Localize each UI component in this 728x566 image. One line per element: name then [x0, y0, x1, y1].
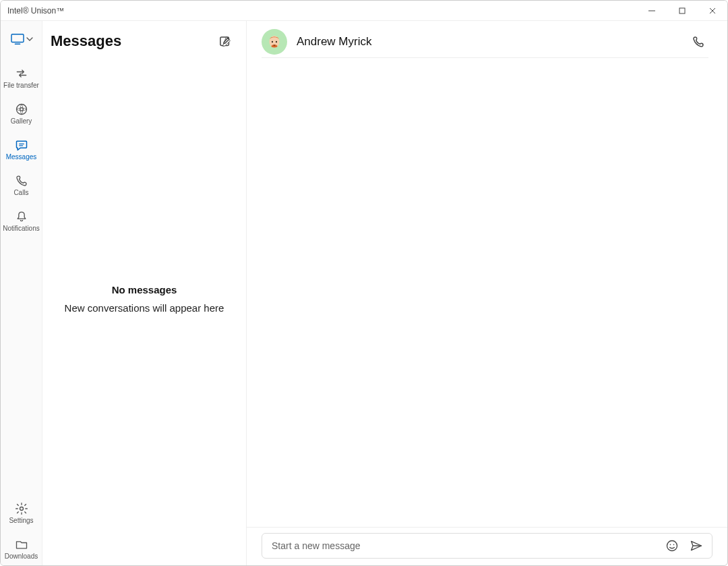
- file-transfer-icon: [14, 67, 29, 80]
- sidebar-item-label: Settings: [9, 517, 33, 524]
- compose-bar: [247, 527, 727, 565]
- gallery-icon: [14, 103, 29, 116]
- sidebar-item-label: Messages: [6, 153, 37, 161]
- phone-icon: [692, 35, 705, 49]
- sidebar-item-label: Downloads: [5, 553, 38, 560]
- sidebar-item-label: File transfer: [3, 82, 39, 89]
- compose-icon: [218, 35, 232, 49]
- close-button[interactable]: [697, 1, 727, 20]
- chevron-down-icon: [26, 36, 33, 43]
- empty-title: No messages: [112, 284, 177, 295]
- memoji-icon: [264, 32, 284, 52]
- sidebar-item-messages[interactable]: Messages: [1, 138, 42, 161]
- svg-point-17: [274, 45, 276, 46]
- settings-icon: [14, 502, 29, 515]
- sidebar-item-label: Gallery: [11, 117, 32, 125]
- svg-point-18: [667, 541, 677, 551]
- minimize-button[interactable]: [636, 1, 667, 20]
- svg-point-15: [272, 40, 273, 43]
- sidebar: File transfer Gallery Messages Calls: [1, 21, 42, 565]
- svg-rect-4: [11, 34, 24, 43]
- emoji-icon: [665, 539, 679, 553]
- messages-column: Messages .compose-btn svg{display:none} …: [42, 21, 247, 565]
- sidebar-item-downloads[interactable]: Downloads: [1, 538, 42, 560]
- compose-field: [262, 533, 712, 559]
- minimize-icon: [648, 7, 655, 14]
- sidebar-item-gallery[interactable]: Gallery: [1, 103, 42, 125]
- sidebar-item-label: Notifications: [3, 225, 39, 232]
- downloads-icon: [14, 538, 29, 551]
- send-icon: [690, 539, 703, 553]
- window-title: Intel® Unison™: [7, 6, 64, 16]
- window-controls: [636, 1, 727, 20]
- conversation-column: Andrew Myrick: [247, 21, 727, 565]
- monitor-icon: [10, 33, 25, 45]
- sidebar-item-file-transfer[interactable]: File transfer: [1, 67, 42, 89]
- svg-point-20: [673, 544, 675, 546]
- contact: Andrew Myrick: [262, 29, 371, 55]
- close-icon: [709, 7, 716, 14]
- call-button[interactable]: [688, 32, 708, 52]
- svg-point-10: [20, 507, 23, 511]
- svg-point-16: [276, 40, 277, 43]
- titlebar: Intel® Unison™: [1, 1, 727, 21]
- emoji-button[interactable]: [663, 537, 681, 555]
- device-selector[interactable]: [10, 33, 33, 45]
- sidebar-item-calls[interactable]: Calls: [1, 174, 42, 196]
- messages-empty-state: No messages New conversations will appea…: [42, 61, 246, 565]
- notifications-icon: [14, 210, 29, 223]
- messages-header: Messages: [42, 21, 246, 61]
- sidebar-item-settings[interactable]: Settings: [1, 502, 42, 524]
- svg-point-19: [670, 544, 671, 546]
- maximize-button[interactable]: [667, 1, 697, 20]
- sidebar-item-label: Calls: [13, 189, 28, 196]
- empty-subtitle: New conversations will appear here: [65, 302, 224, 314]
- send-button[interactable]: [688, 537, 705, 555]
- sidebar-item-notifications[interactable]: Notifications: [1, 210, 42, 232]
- message-input[interactable]: [272, 540, 657, 551]
- messages-icon: [14, 138, 29, 152]
- maximize-icon: [679, 7, 686, 14]
- contact-name: Andrew Myrick: [297, 35, 371, 49]
- conversation-body: [247, 61, 727, 527]
- avatar: [262, 29, 287, 55]
- conversation-header: Andrew Myrick: [247, 21, 727, 61]
- compose-button[interactable]: [216, 33, 234, 51]
- messages-title: Messages: [51, 32, 121, 50]
- svg-point-6: [16, 105, 26, 115]
- svg-rect-1: [679, 8, 685, 13]
- calls-icon: [14, 174, 29, 188]
